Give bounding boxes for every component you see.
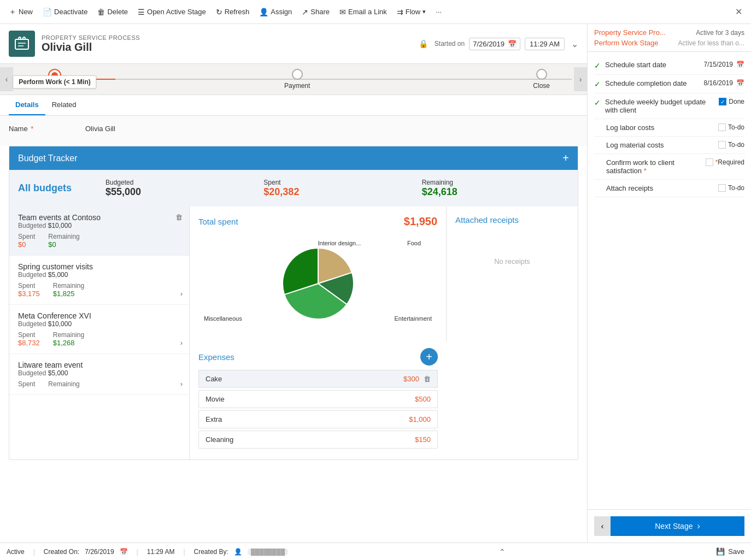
remaining-value: $24,618 [422,186,569,198]
share-button[interactable]: ↗ Share [297,5,334,19]
budget-item-spent: $0 [18,240,35,249]
check-status-value: To-do [728,123,744,131]
refresh-button[interactable]: ↻ Refresh [212,5,254,19]
tab-related[interactable]: Related [45,95,83,115]
check-checkbox-control[interactable]: To-do [718,141,744,149]
budget-item-arrow-icon[interactable]: › [180,380,183,388]
expense-delete-icon[interactable]: 🗑 [424,375,431,383]
stage-dot-close [536,69,547,80]
main-container: PROPERTY SERVICE PROCESS Olivia Gill 🔒 S… [0,24,751,543]
email-link-icon: ✉ [339,8,346,16]
pie-label-entertainment: Entertainment [395,315,432,322]
stages: Perform Work (< 1 Min) Payment Close [15,69,572,90]
total-spent-header: Total spent $1,950 [198,215,437,228]
budget-item-amounts: Spent $0 Remaining $0 [18,233,180,249]
deactivate-button[interactable]: 📄 Deactivate [38,5,92,19]
budget-header: Budget Tracker + [9,146,578,170]
panel-stage-title[interactable]: Perform Work Stage [594,39,659,47]
check-status-value: Done [729,98,744,105]
budget-item-title: Litware team event [18,361,180,369]
add-expense-button[interactable]: + [420,348,438,366]
user-icon: 👤 [234,548,242,556]
calendar-icon: 📅 [508,40,517,48]
check-checkbox[interactable]: ✓ [719,98,726,105]
budget-item-remaining-col: Remaining $1,825 [53,282,84,298]
budget-item-arrow-icon[interactable]: › [180,290,183,298]
required-star: * [31,125,33,133]
budget-item-title: Spring customer visits [18,262,180,271]
panel-title[interactable]: Property Service Pro... [594,28,666,37]
budget-tracker-title: Budget Tracker [18,154,78,163]
status-active: Active [7,548,25,556]
email-link-button[interactable]: ✉ Email a Link [335,5,391,19]
budget-list-item[interactable]: Litware team event Budgeted $5,000 Spent… [9,354,189,395]
open-active-stage-button[interactable]: ☰ Open Active Stage [133,5,210,19]
check-checkbox-control[interactable]: *Required [706,158,744,166]
check-checkbox-control[interactable]: To-do [718,184,744,192]
check-checkbox-control[interactable]: To-do [718,123,744,131]
check-date-control[interactable]: 8/16/2019 📅 [704,79,744,87]
save-button[interactable]: 💾 Save [716,547,744,556]
check-checkbox[interactable] [718,141,726,149]
budget-item-arrow-icon[interactable]: › [180,339,183,347]
budget-list-item[interactable]: Spring customer visits Budgeted $5,000 S… [9,256,189,305]
new-button[interactable]: ＋ New [4,5,37,19]
budget-item-spent-col: Spent $0 [18,233,35,249]
tab-details[interactable]: Details [9,95,45,115]
assign-button[interactable]: 👤 Assign [255,5,296,19]
expense-row[interactable]: Movie $500 [198,390,438,408]
check-label-text: Log material costs [606,141,718,149]
check-complete-icon: ✓ [594,98,601,107]
check-checkbox-control[interactable]: ✓ Done [719,98,744,105]
record-icon [9,31,35,57]
panel-header: Property Service Pro... Active for 3 day… [588,24,751,52]
budget-item-budgeted: Budgeted $5,000 [18,369,180,377]
expense-row[interactable]: Extra $1,000 [198,410,438,428]
next-stage-row: ‹ Next Stage › [588,509,751,543]
check-calendar-icon: 📅 [736,79,744,87]
status-bar: Active | Created On: 7/26/2019 📅 | 11:29… [0,543,751,560]
time-field[interactable]: 11:29 AM [525,38,565,50]
budget-list-item[interactable]: Meta Conference XVI Budgeted $10,000 Spe… [9,305,189,354]
created-on: Created On: 7/26/2019 📅 [44,548,128,556]
check-item: ✓ Schedule completion date 8/16/2019 📅 [594,75,744,93]
check-checkbox[interactable] [718,184,726,192]
budget-add-button[interactable]: + [562,152,569,164]
budget-item-budgeted: Budgeted $5,000 [18,271,180,279]
next-stage-button[interactable]: Next Stage › [611,516,744,536]
budget-list-item[interactable]: Team events at Contoso Budgeted $10,000 … [9,207,189,256]
flow-icon: ⇉ [397,8,403,16]
check-item: Attach receipts To-do [594,180,744,197]
collapse-icon[interactable]: ⌄ [571,39,578,49]
close-button[interactable]: ✕ [731,4,747,19]
delete-button[interactable]: 🗑 Delete [93,5,132,19]
active-stage-label: Perform Work (< 1 Min) [13,75,96,89]
check-checkbox[interactable] [718,123,726,131]
stage-dot-payment [292,69,303,80]
all-budgets-label: All budgets [18,182,95,194]
stage-nav-left-button[interactable]: ‹ [0,67,13,91]
right-panel: Property Service Pro... Active for 3 day… [587,24,751,543]
stage-perform-work[interactable]: Perform Work (< 1 Min) [48,69,61,90]
stage-payment[interactable]: Payment [284,69,310,90]
budget-item-spent: $8,732 [18,339,40,347]
back-button[interactable]: ‹ [594,516,611,536]
record-dates: 🔒 Started on 7/26/2019 📅 11:29 AM [419,38,565,50]
budget-item-remaining-col: Remaining $1,268 [53,331,84,347]
more-button[interactable]: ··· [431,5,446,18]
check-checkbox[interactable] [706,158,713,166]
checklist: ✓ Schedule start date 7/15/2019 📅 ✓ Sche… [588,52,751,202]
expense-amount: $1,000 [409,415,431,423]
stage-nav-right-button[interactable]: › [574,67,587,91]
toolbar: ＋ New 📄 Deactivate 🗑 Delete ☰ Open Activ… [0,0,751,24]
remaining-col: Remaining $24,618 [422,179,569,198]
date-field[interactable]: 7/26/2019 📅 [469,38,520,50]
expense-row[interactable]: Cake $300 🗑 [198,370,438,388]
expense-row[interactable]: Cleaning $150 [198,431,438,449]
flow-button[interactable]: ⇉ Flow ▾ [392,5,430,19]
check-date-control[interactable]: 7/15/2019 📅 [704,61,744,68]
budget-item-remaining-col: Remaining $0 [48,233,79,249]
expand-button[interactable]: ⌃ [499,547,506,556]
budget-item-delete-icon[interactable]: 🗑 [175,213,183,221]
stage-close[interactable]: Close [533,69,550,90]
